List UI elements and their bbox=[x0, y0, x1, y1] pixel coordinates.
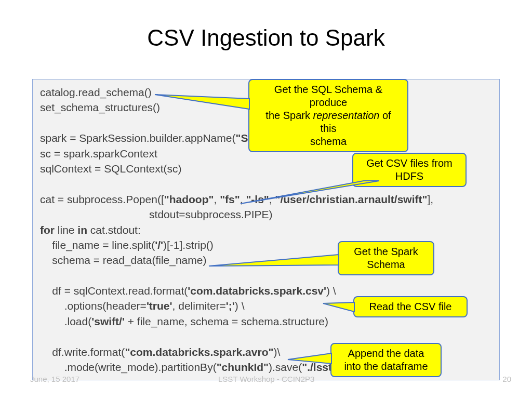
footer-date: June, 15 2017 bbox=[30, 375, 79, 383]
footer-event: LSST Workshop - CCIN2P3 bbox=[218, 375, 314, 383]
slide-number: 20 bbox=[502, 375, 511, 383]
code-line: schema = read_data(file_name) bbox=[40, 254, 206, 266]
code-line: catalog.read_schema() bbox=[40, 86, 152, 98]
callout-append-data: Append the data into the dataframe bbox=[330, 343, 442, 377]
code-line: cat = subprocess.Popen([ bbox=[40, 193, 164, 205]
code-line: stdout=subprocess.PIPE) bbox=[40, 208, 273, 220]
code-line: sqlContext = SQLContext(sc) bbox=[40, 163, 182, 175]
code-line: spark = SparkSession.builder.appName( bbox=[40, 132, 235, 144]
callout-spark-schema: Get the Spark Schema bbox=[338, 241, 434, 275]
code-bold: "hadoop" bbox=[164, 193, 214, 205]
callout-read-csv: Read the CSV file bbox=[353, 296, 468, 317]
callout-csv-hdfs: Get CSV files from HDFS bbox=[352, 153, 467, 187]
slide-title: CSV Ingestion to Spark bbox=[0, 25, 532, 51]
code-line: sc = spark.sparkContext bbox=[40, 148, 157, 159]
callout-sql-schema: Get the SQL Schema & produce the Spark r… bbox=[248, 79, 408, 152]
code-keyword: in bbox=[77, 224, 87, 236]
code-line: set_schema_structures() bbox=[40, 101, 160, 113]
code-keyword: for bbox=[40, 224, 55, 236]
